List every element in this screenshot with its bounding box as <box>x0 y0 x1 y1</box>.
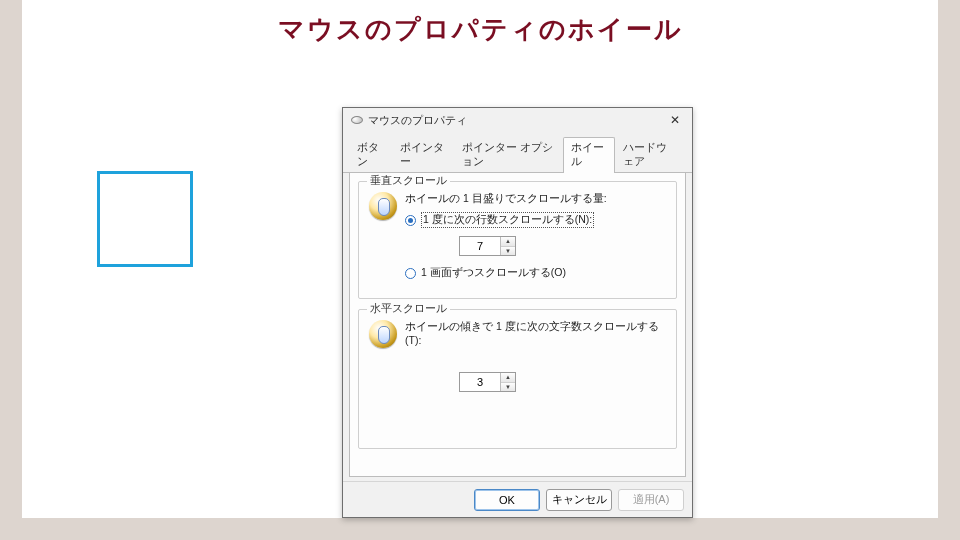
tab-wheel[interactable]: ホイール <box>563 137 615 173</box>
dialog-footer: OK キャンセル 適用(A) <box>343 481 692 517</box>
apply-button[interactable]: 適用(A) <box>618 489 684 511</box>
tab-body-wheel: 垂直スクロール ホイールの 1 目盛りでスクロールする量: 1 度に次の行数スク… <box>349 173 686 477</box>
wheel-icon <box>369 192 397 220</box>
group-horizontal-legend: 水平スクロール <box>367 302 450 316</box>
page-canvas: マウスのプロパティのホイール マウスのプロパティ ✕ ボタン ポインター ポイン… <box>22 0 938 518</box>
wheel-icon <box>369 320 397 348</box>
titlebar[interactable]: マウスのプロパティ ✕ <box>343 108 692 132</box>
radio-lines-row[interactable]: 1 度に次の行数スクロールする(N): <box>405 212 666 228</box>
tab-buttons[interactable]: ボタン <box>349 137 392 173</box>
tab-pointer[interactable]: ポインター <box>392 137 453 173</box>
mouse-properties-dialog: マウスのプロパティ ✕ ボタン ポインター ポインター オプション ホイール ハ… <box>342 107 693 518</box>
horizontal-desc: ホイールの傾きで 1 度に次の文字数スクロールする(T): <box>405 320 666 346</box>
group-vertical-scroll: 垂直スクロール ホイールの 1 目盛りでスクロールする量: 1 度に次の行数スク… <box>358 181 677 299</box>
radio-lines[interactable] <box>405 215 416 226</box>
mouse-icon <box>351 116 363 124</box>
chars-spinner[interactable]: ▲ ▼ <box>459 372 516 392</box>
radio-screen-row[interactable]: 1 画面ずつスクロールする(O) <box>405 266 666 280</box>
tabstrip: ボタン ポインター ポインター オプション ホイール ハードウェア <box>343 132 692 173</box>
radio-lines-label: 1 度に次の行数スクロールする(N): <box>421 212 594 228</box>
decorative-blue-square <box>97 171 193 267</box>
chars-spin-down-icon[interactable]: ▼ <box>501 383 515 392</box>
cancel-button[interactable]: キャンセル <box>546 489 612 511</box>
tab-pointer-options[interactable]: ポインター オプション <box>454 137 563 173</box>
chars-spin-up-icon[interactable]: ▲ <box>501 373 515 383</box>
vertical-desc: ホイールの 1 目盛りでスクロールする量: <box>405 192 666 206</box>
lines-input[interactable] <box>460 237 500 255</box>
lines-spin-buttons: ▲ ▼ <box>500 237 515 255</box>
close-icon[interactable]: ✕ <box>664 111 686 129</box>
page-title: マウスのプロパティのホイール <box>22 12 938 47</box>
group-vertical-legend: 垂直スクロール <box>367 174 450 188</box>
radio-screen[interactable] <box>405 268 416 279</box>
lines-spin-up-icon[interactable]: ▲ <box>501 237 515 247</box>
dialog-title: マウスのプロパティ <box>368 113 664 128</box>
radio-screen-label: 1 画面ずつスクロールする(O) <box>421 266 566 280</box>
group-horizontal-scroll: 水平スクロール ホイールの傾きで 1 度に次の文字数スクロールする(T): ▲ … <box>358 309 677 449</box>
lines-spinner[interactable]: ▲ ▼ <box>459 236 516 256</box>
chars-input[interactable] <box>460 373 500 391</box>
ok-button[interactable]: OK <box>474 489 540 511</box>
chars-spin-buttons: ▲ ▼ <box>500 373 515 391</box>
lines-spin-down-icon[interactable]: ▼ <box>501 247 515 256</box>
tab-hardware[interactable]: ハードウェア <box>615 137 686 173</box>
